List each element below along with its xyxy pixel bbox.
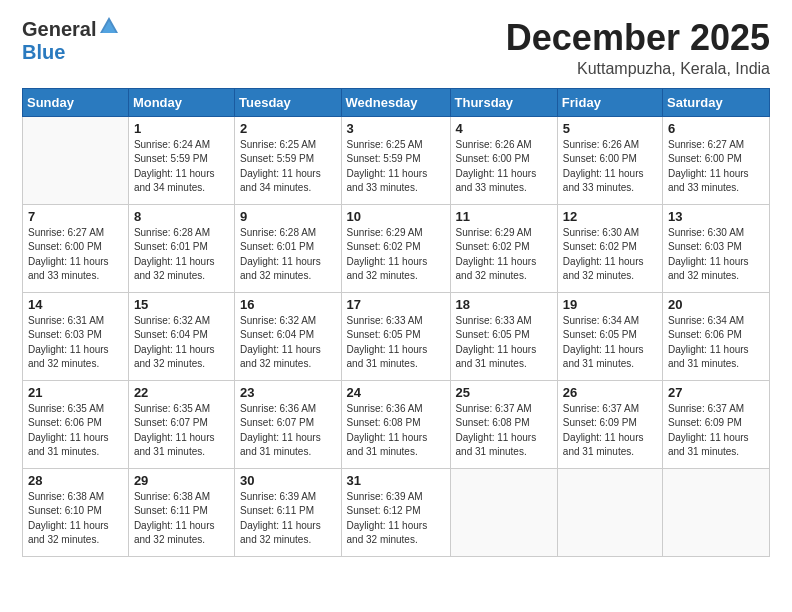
- calendar-cell: 6Sunrise: 6:27 AMSunset: 6:00 PMDaylight…: [662, 116, 769, 204]
- calendar-cell: 13Sunrise: 6:30 AMSunset: 6:03 PMDayligh…: [662, 204, 769, 292]
- day-number: 23: [240, 385, 335, 400]
- calendar-cell: 1Sunrise: 6:24 AMSunset: 5:59 PMDaylight…: [128, 116, 234, 204]
- calendar-cell: 5Sunrise: 6:26 AMSunset: 6:00 PMDaylight…: [557, 116, 662, 204]
- calendar-cell: [23, 116, 129, 204]
- calendar-cell: 29Sunrise: 6:38 AMSunset: 6:11 PMDayligh…: [128, 468, 234, 556]
- week-row: 7Sunrise: 6:27 AMSunset: 6:00 PMDaylight…: [23, 204, 770, 292]
- day-number: 5: [563, 121, 657, 136]
- calendar-cell: 24Sunrise: 6:36 AMSunset: 6:08 PMDayligh…: [341, 380, 450, 468]
- day-number: 26: [563, 385, 657, 400]
- week-row: 21Sunrise: 6:35 AMSunset: 6:06 PMDayligh…: [23, 380, 770, 468]
- calendar: SundayMondayTuesdayWednesdayThursdayFrid…: [22, 88, 770, 557]
- logo-icon: [98, 15, 120, 41]
- calendar-cell: 10Sunrise: 6:29 AMSunset: 6:02 PMDayligh…: [341, 204, 450, 292]
- calendar-cell: 18Sunrise: 6:33 AMSunset: 6:05 PMDayligh…: [450, 292, 557, 380]
- day-number: 6: [668, 121, 764, 136]
- day-info: Sunrise: 6:29 AMSunset: 6:02 PMDaylight:…: [456, 226, 552, 284]
- day-number: 30: [240, 473, 335, 488]
- calendar-cell: 12Sunrise: 6:30 AMSunset: 6:02 PMDayligh…: [557, 204, 662, 292]
- day-number: 13: [668, 209, 764, 224]
- day-info: Sunrise: 6:29 AMSunset: 6:02 PMDaylight:…: [347, 226, 445, 284]
- day-number: 27: [668, 385, 764, 400]
- day-info: Sunrise: 6:28 AMSunset: 6:01 PMDaylight:…: [240, 226, 335, 284]
- week-row: 14Sunrise: 6:31 AMSunset: 6:03 PMDayligh…: [23, 292, 770, 380]
- weekday-header: Friday: [557, 88, 662, 116]
- page: General Blue December 2025 Kuttampuzha, …: [0, 0, 792, 612]
- day-number: 10: [347, 209, 445, 224]
- weekday-header: Sunday: [23, 88, 129, 116]
- day-info: Sunrise: 6:30 AMSunset: 6:02 PMDaylight:…: [563, 226, 657, 284]
- day-number: 19: [563, 297, 657, 312]
- day-number: 1: [134, 121, 229, 136]
- day-info: Sunrise: 6:31 AMSunset: 6:03 PMDaylight:…: [28, 314, 123, 372]
- calendar-cell: 28Sunrise: 6:38 AMSunset: 6:10 PMDayligh…: [23, 468, 129, 556]
- location: Kuttampuzha, Kerala, India: [506, 60, 770, 78]
- calendar-cell: 30Sunrise: 6:39 AMSunset: 6:11 PMDayligh…: [235, 468, 341, 556]
- day-number: 4: [456, 121, 552, 136]
- calendar-cell: 14Sunrise: 6:31 AMSunset: 6:03 PMDayligh…: [23, 292, 129, 380]
- day-number: 2: [240, 121, 335, 136]
- day-number: 14: [28, 297, 123, 312]
- calendar-cell: 16Sunrise: 6:32 AMSunset: 6:04 PMDayligh…: [235, 292, 341, 380]
- day-info: Sunrise: 6:33 AMSunset: 6:05 PMDaylight:…: [347, 314, 445, 372]
- day-number: 31: [347, 473, 445, 488]
- day-info: Sunrise: 6:35 AMSunset: 6:07 PMDaylight:…: [134, 402, 229, 460]
- day-info: Sunrise: 6:30 AMSunset: 6:03 PMDaylight:…: [668, 226, 764, 284]
- calendar-cell: [557, 468, 662, 556]
- week-row: 1Sunrise: 6:24 AMSunset: 5:59 PMDaylight…: [23, 116, 770, 204]
- week-row: 28Sunrise: 6:38 AMSunset: 6:10 PMDayligh…: [23, 468, 770, 556]
- day-info: Sunrise: 6:38 AMSunset: 6:10 PMDaylight:…: [28, 490, 123, 548]
- day-number: 22: [134, 385, 229, 400]
- day-info: Sunrise: 6:34 AMSunset: 6:06 PMDaylight:…: [668, 314, 764, 372]
- calendar-cell: 26Sunrise: 6:37 AMSunset: 6:09 PMDayligh…: [557, 380, 662, 468]
- day-info: Sunrise: 6:32 AMSunset: 6:04 PMDaylight:…: [240, 314, 335, 372]
- day-info: Sunrise: 6:25 AMSunset: 5:59 PMDaylight:…: [347, 138, 445, 196]
- day-number: 29: [134, 473, 229, 488]
- calendar-cell: 15Sunrise: 6:32 AMSunset: 6:04 PMDayligh…: [128, 292, 234, 380]
- day-info: Sunrise: 6:26 AMSunset: 6:00 PMDaylight:…: [563, 138, 657, 196]
- calendar-cell: 17Sunrise: 6:33 AMSunset: 6:05 PMDayligh…: [341, 292, 450, 380]
- day-info: Sunrise: 6:28 AMSunset: 6:01 PMDaylight:…: [134, 226, 229, 284]
- month-title: December 2025: [506, 18, 770, 58]
- logo: General Blue: [22, 18, 120, 64]
- title-block: December 2025 Kuttampuzha, Kerala, India: [506, 18, 770, 78]
- calendar-cell: 20Sunrise: 6:34 AMSunset: 6:06 PMDayligh…: [662, 292, 769, 380]
- calendar-header-row: SundayMondayTuesdayWednesdayThursdayFrid…: [23, 88, 770, 116]
- day-info: Sunrise: 6:38 AMSunset: 6:11 PMDaylight:…: [134, 490, 229, 548]
- calendar-cell: 3Sunrise: 6:25 AMSunset: 5:59 PMDaylight…: [341, 116, 450, 204]
- calendar-cell: [662, 468, 769, 556]
- day-number: 16: [240, 297, 335, 312]
- day-number: 15: [134, 297, 229, 312]
- calendar-cell: 21Sunrise: 6:35 AMSunset: 6:06 PMDayligh…: [23, 380, 129, 468]
- day-info: Sunrise: 6:37 AMSunset: 6:09 PMDaylight:…: [668, 402, 764, 460]
- calendar-cell: 9Sunrise: 6:28 AMSunset: 6:01 PMDaylight…: [235, 204, 341, 292]
- calendar-cell: [450, 468, 557, 556]
- weekday-header: Saturday: [662, 88, 769, 116]
- weekday-header: Tuesday: [235, 88, 341, 116]
- calendar-cell: 7Sunrise: 6:27 AMSunset: 6:00 PMDaylight…: [23, 204, 129, 292]
- weekday-header: Thursday: [450, 88, 557, 116]
- day-number: 21: [28, 385, 123, 400]
- calendar-cell: 19Sunrise: 6:34 AMSunset: 6:05 PMDayligh…: [557, 292, 662, 380]
- day-number: 7: [28, 209, 123, 224]
- weekday-header: Wednesday: [341, 88, 450, 116]
- day-info: Sunrise: 6:36 AMSunset: 6:08 PMDaylight:…: [347, 402, 445, 460]
- day-number: 8: [134, 209, 229, 224]
- logo-general-text: General: [22, 18, 96, 41]
- logo-blue-text: Blue: [22, 41, 65, 63]
- day-info: Sunrise: 6:27 AMSunset: 6:00 PMDaylight:…: [28, 226, 123, 284]
- day-info: Sunrise: 6:35 AMSunset: 6:06 PMDaylight:…: [28, 402, 123, 460]
- day-number: 17: [347, 297, 445, 312]
- calendar-cell: 2Sunrise: 6:25 AMSunset: 5:59 PMDaylight…: [235, 116, 341, 204]
- day-number: 20: [668, 297, 764, 312]
- calendar-cell: 22Sunrise: 6:35 AMSunset: 6:07 PMDayligh…: [128, 380, 234, 468]
- day-info: Sunrise: 6:33 AMSunset: 6:05 PMDaylight:…: [456, 314, 552, 372]
- day-info: Sunrise: 6:37 AMSunset: 6:08 PMDaylight:…: [456, 402, 552, 460]
- header: General Blue December 2025 Kuttampuzha, …: [22, 18, 770, 78]
- day-info: Sunrise: 6:34 AMSunset: 6:05 PMDaylight:…: [563, 314, 657, 372]
- day-info: Sunrise: 6:36 AMSunset: 6:07 PMDaylight:…: [240, 402, 335, 460]
- calendar-cell: 11Sunrise: 6:29 AMSunset: 6:02 PMDayligh…: [450, 204, 557, 292]
- day-info: Sunrise: 6:27 AMSunset: 6:00 PMDaylight:…: [668, 138, 764, 196]
- day-number: 9: [240, 209, 335, 224]
- calendar-cell: 31Sunrise: 6:39 AMSunset: 6:12 PMDayligh…: [341, 468, 450, 556]
